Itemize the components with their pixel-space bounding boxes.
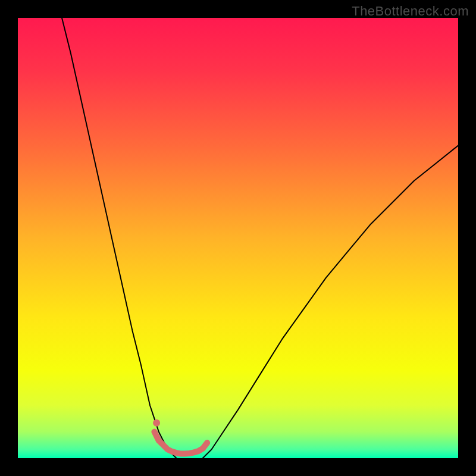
- chart-svg: [18, 18, 458, 458]
- watermark-text: TheBottleneck.com: [352, 4, 469, 19]
- points-layer: [153, 419, 160, 427]
- gradient-background: [18, 18, 458, 458]
- chart-container: TheBottleneck.com: [0, 0, 476, 476]
- plot-area: [18, 18, 458, 458]
- marker-dot: [153, 419, 160, 427]
